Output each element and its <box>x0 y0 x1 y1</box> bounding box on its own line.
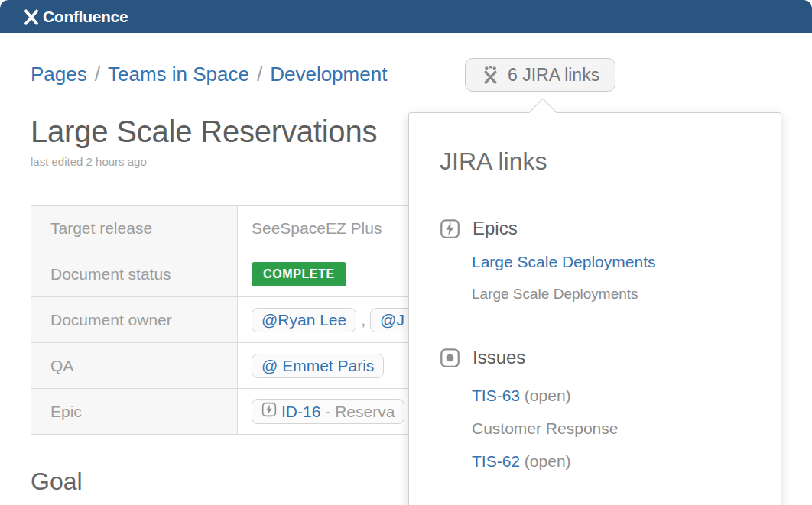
breadcrumb: Pages/Teams in Space/Development <box>31 63 387 86</box>
issue-summary-text: Customer Response <box>472 419 618 437</box>
status-badge: COMPLETE <box>252 262 346 286</box>
app-title: Confluence <box>43 8 128 26</box>
epic-link-pill[interactable]: ID-16 - Reserva <box>252 399 404 424</box>
confluence-logo-icon <box>21 7 41 27</box>
user-mention-emmet-paris[interactable]: @ Emmet Paris <box>252 354 384 378</box>
issue-icon <box>440 348 460 368</box>
mention-separator: , <box>361 311 365 329</box>
breadcrumb-development[interactable]: Development <box>270 63 387 86</box>
row-label: Document owner <box>31 297 238 343</box>
breadcrumb-pages[interactable]: Pages <box>31 63 87 86</box>
breadcrumb-separator: / <box>95 63 100 86</box>
issues-section-label: Issues <box>473 347 525 368</box>
jira-links-button[interactable]: 6 JIRA links <box>465 58 615 92</box>
row-label: QA <box>31 343 238 389</box>
epic-name-text: Large Scale Deployments <box>472 286 750 303</box>
row-label: Epic <box>31 389 238 435</box>
issue-status-text: (open) <box>520 387 571 404</box>
last-edited-text: last edited 2 hours ago <box>31 155 147 168</box>
jira-links-popup: JIRA links Epics Large Scale Deployments… <box>408 112 781 505</box>
popup-title: JIRA links <box>440 147 750 176</box>
epic-link-large-scale-deployments[interactable]: Large Scale Deployments <box>472 253 655 270</box>
jira-icon <box>481 66 500 85</box>
issue-item: Customer Response <box>472 419 750 438</box>
row-label: Document status <box>31 251 238 297</box>
epic-icon <box>261 402 277 421</box>
epic-key-link[interactable]: ID-16 <box>281 403 320 421</box>
issue-item: TIS-63 (open) <box>472 387 750 405</box>
issue-item: TIS-62 (open) <box>472 452 750 471</box>
breadcrumb-separator: / <box>257 63 262 86</box>
epics-section-label: Epics <box>473 218 518 239</box>
page-title: Large Scale Reservations <box>31 115 377 149</box>
issue-status-text: (open) <box>520 452 571 470</box>
epic-icon <box>440 219 460 239</box>
issues-section: Issues TIS-63 (open) Customer Response T… <box>440 347 750 471</box>
popup-caret <box>529 99 557 127</box>
row-label: Target release <box>31 206 238 251</box>
epic-summary-text: - Reserva <box>325 403 395 421</box>
epics-section: Epics Large Scale Deployments Large Scal… <box>440 218 750 303</box>
goal-heading: Goal <box>31 468 83 496</box>
confluence-logo[interactable]: Confluence <box>21 7 128 27</box>
breadcrumb-teams-in-space[interactable]: Teams in Space <box>108 63 249 86</box>
app-header: Confluence <box>0 0 812 33</box>
jira-links-button-label: 6 JIRA links <box>508 65 599 86</box>
confluence-window: Confluence Pages/Teams in Space/Developm… <box>0 0 812 505</box>
issue-link-tis-63[interactable]: TIS-63 <box>472 387 520 404</box>
user-mention-ryan-lee[interactable]: @Ryan Lee <box>252 308 356 332</box>
issue-link-tis-62[interactable]: TIS-62 <box>472 452 520 470</box>
